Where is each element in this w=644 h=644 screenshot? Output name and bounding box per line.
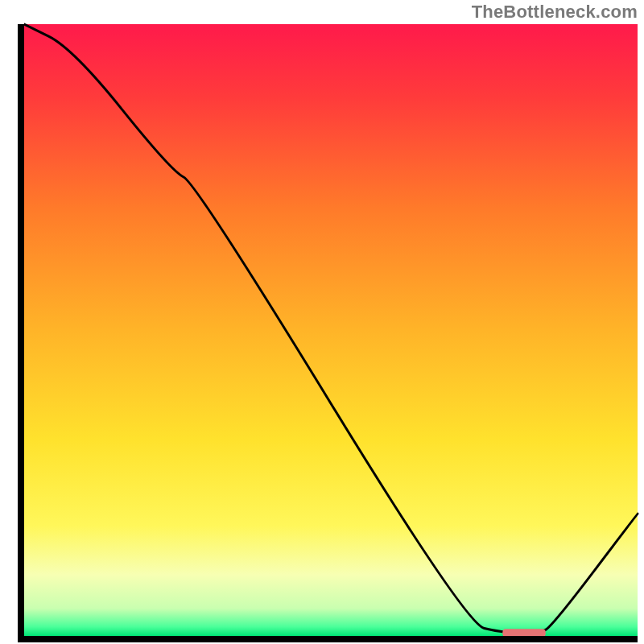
optimum-marker	[502, 629, 545, 637]
watermark-text: TheBottleneck.com	[472, 2, 638, 23]
bottleneck-chart	[0, 0, 644, 644]
chart-root: TheBottleneck.com	[0, 0, 644, 644]
plot-background-gradient	[24, 24, 638, 636]
